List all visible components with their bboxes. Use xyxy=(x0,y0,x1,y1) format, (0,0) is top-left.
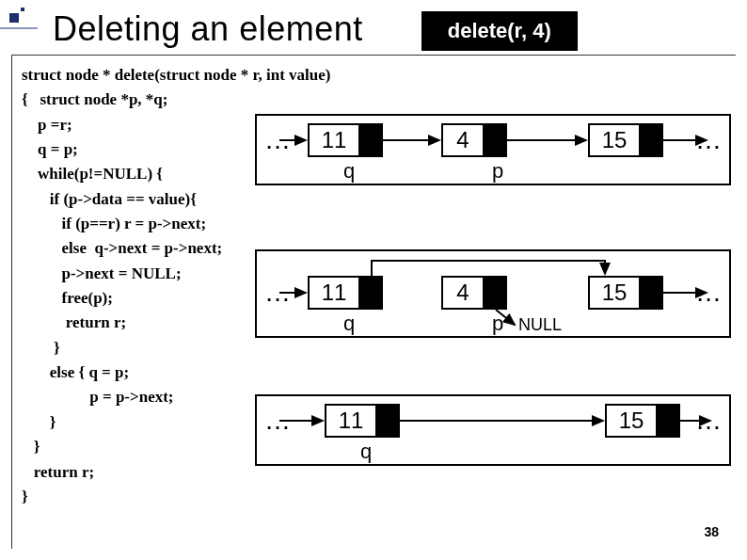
ellipsis-right: … xyxy=(695,278,722,308)
node-pointer xyxy=(485,125,505,155)
node-4: 4 xyxy=(441,276,507,310)
corner-decoration xyxy=(0,0,38,38)
diagram-3: … … 11 15 q xyxy=(255,394,731,466)
label-q: q xyxy=(360,440,372,464)
slide-number: 38 xyxy=(704,524,719,539)
call-signature-box: delete(r, 4) xyxy=(421,11,578,51)
node-pointer xyxy=(360,278,381,308)
ellipsis-left: … xyxy=(264,125,291,155)
content-area: struct node * delete(struct node * r, in… xyxy=(11,55,736,549)
node-value: 15 xyxy=(590,125,641,155)
diagram-1: … … 11 4 15 q p xyxy=(255,114,731,185)
ellipsis-left: … xyxy=(264,278,291,308)
label-null: NULL xyxy=(518,315,562,335)
node-value: 4 xyxy=(443,278,485,308)
label-q: q xyxy=(343,159,355,184)
node-value: 11 xyxy=(310,278,360,308)
node-value: 15 xyxy=(607,406,658,436)
diagram-2: … … 11 4 15 q p NULL xyxy=(255,249,731,338)
node-11: 11 xyxy=(325,404,400,438)
ellipsis-right: … xyxy=(695,125,722,155)
svg-rect-0 xyxy=(9,13,19,23)
node-pointer xyxy=(658,406,678,436)
label-p: p xyxy=(492,159,503,184)
label-p: p xyxy=(492,312,503,336)
node-pointer xyxy=(485,278,505,308)
node-value: 15 xyxy=(590,278,641,308)
page-title: Deleting an element xyxy=(53,9,363,49)
node-11: 11 xyxy=(308,123,383,157)
node-15: 15 xyxy=(588,123,663,157)
node-value: 11 xyxy=(326,406,377,436)
node-4: 4 xyxy=(441,123,507,157)
node-11: 11 xyxy=(308,276,383,310)
label-q: q xyxy=(343,312,355,336)
node-value: 11 xyxy=(310,125,360,155)
node-15: 15 xyxy=(605,404,680,438)
svg-rect-1 xyxy=(21,8,24,11)
node-15: 15 xyxy=(588,276,663,310)
node-pointer xyxy=(377,406,398,436)
ellipsis-left: … xyxy=(264,406,291,436)
node-pointer xyxy=(360,125,381,155)
ellipsis-right: … xyxy=(695,406,722,436)
node-value: 4 xyxy=(443,125,485,155)
title-row: Deleting an element delete(r, 4) xyxy=(0,0,747,51)
node-pointer xyxy=(641,278,661,308)
node-pointer xyxy=(641,125,661,155)
